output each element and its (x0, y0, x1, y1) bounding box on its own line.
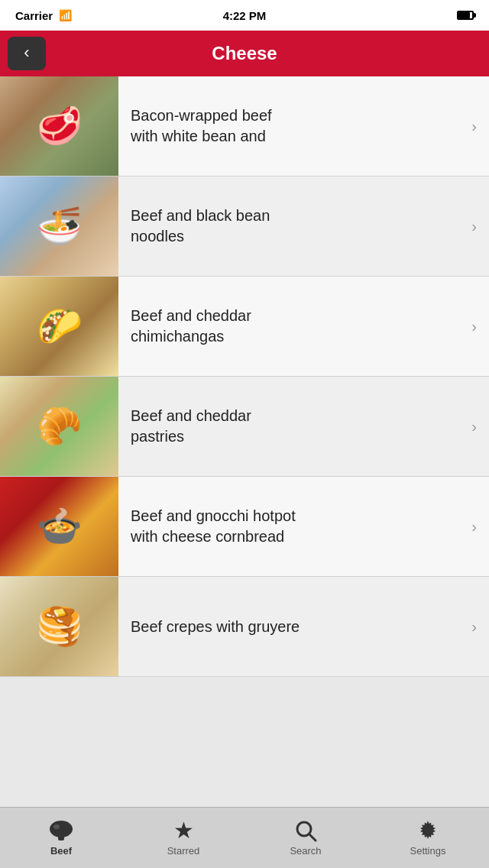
back-chevron-icon: ‹ (24, 44, 29, 61)
status-right (457, 11, 474, 20)
page-title: Cheese (212, 43, 277, 64)
wifi-icon: 📶 (59, 9, 72, 21)
thumb-emoji: 🍲 (0, 477, 118, 576)
gear-icon (416, 819, 439, 842)
status-left: Carrier 📶 (15, 9, 72, 22)
chevron-right-icon: › (471, 518, 489, 536)
header: ‹ Cheese (0, 31, 489, 76)
recipe-name: Beef crepes with gruyere (131, 618, 300, 635)
recipe-thumbnail: 🌮 (0, 277, 118, 376)
thumb-emoji: 🥞 (0, 577, 118, 676)
recipe-thumbnail: 🍜 (0, 177, 118, 276)
tab-settings[interactable]: Settings (367, 808, 489, 868)
status-time: 4:22 PM (223, 9, 267, 22)
tab-label: Search (290, 845, 321, 857)
recipe-info: Beef and black beannoodles (118, 198, 471, 254)
list-item[interactable]: 🍲 Beef and gnocchi hotpotwith cheese cor… (0, 477, 489, 577)
list-item[interactable]: 🌮 Beef and cheddarchimichangas › (0, 277, 489, 377)
recipe-info: Beef and cheddarpastries (118, 398, 471, 455)
recipe-info: Beef and gnocchi hotpotwith cheese cornb… (118, 498, 471, 555)
chevron-right-icon: › (471, 218, 489, 235)
recipe-name: Beef and cheddarchimichangas (131, 307, 251, 345)
recipe-info: Beef crepes with gruyere (118, 609, 471, 645)
recipe-info: Bacon-wrapped beefwith white bean and (118, 98, 471, 154)
thumb-emoji: 🥩 (0, 76, 118, 176)
recipe-thumbnail: 🥐 (0, 377, 118, 476)
list-item[interactable]: 🥐 Beef and cheddarpastries › (0, 377, 489, 477)
tab-beef[interactable]: Beef (0, 808, 122, 868)
recipe-name: Beef and black beannoodles (131, 207, 270, 245)
carrier-label: Carrier (15, 9, 53, 22)
svg-point-0 (50, 821, 73, 837)
thumb-emoji: 🥐 (0, 377, 118, 476)
list-item[interactable]: 🥩 Bacon-wrapped beefwith white bean and … (0, 76, 489, 177)
recipe-thumbnail: 🍲 (0, 477, 118, 576)
recipe-list: 🥩 Bacon-wrapped beefwith white bean and … (0, 76, 489, 807)
tab-starred[interactable]: ★ Starred (122, 808, 244, 868)
star-icon: ★ (173, 819, 194, 842)
tab-label: Starred (167, 845, 200, 857)
list-item[interactable]: 🥞 Beef crepes with gruyere › (0, 577, 489, 677)
svg-point-1 (53, 824, 60, 829)
recipe-name: Bacon-wrapped beefwith white bean and (131, 107, 272, 144)
svg-rect-2 (58, 836, 64, 840)
recipe-thumbnail: 🥩 (0, 76, 118, 176)
recipe-name: Beef and cheddarpastries (131, 407, 251, 445)
status-bar: Carrier 📶 4:22 PM (0, 0, 489, 31)
thumb-emoji: 🌮 (0, 277, 118, 376)
chevron-right-icon: › (471, 418, 489, 436)
tab-label: Settings (410, 845, 446, 857)
chevron-right-icon: › (471, 318, 489, 335)
beef-icon (47, 819, 75, 842)
svg-line-4 (309, 834, 316, 840)
chevron-right-icon: › (471, 618, 489, 636)
back-button[interactable]: ‹ (8, 37, 46, 70)
tab-bar: Beef ★ Starred Search Settings (0, 807, 489, 868)
recipe-name: Beef and gnocchi hotpotwith cheese cornb… (131, 507, 296, 545)
search-icon (294, 819, 317, 842)
tab-label: Beef (50, 845, 72, 857)
chevron-right-icon: › (471, 118, 489, 135)
recipe-thumbnail: 🥞 (0, 577, 118, 676)
battery-icon (457, 11, 474, 20)
recipe-info: Beef and cheddarchimichangas (118, 298, 471, 355)
tab-search[interactable]: Search (244, 808, 367, 868)
thumb-emoji: 🍜 (0, 177, 118, 276)
list-item[interactable]: 🍜 Beef and black beannoodles › (0, 177, 489, 277)
